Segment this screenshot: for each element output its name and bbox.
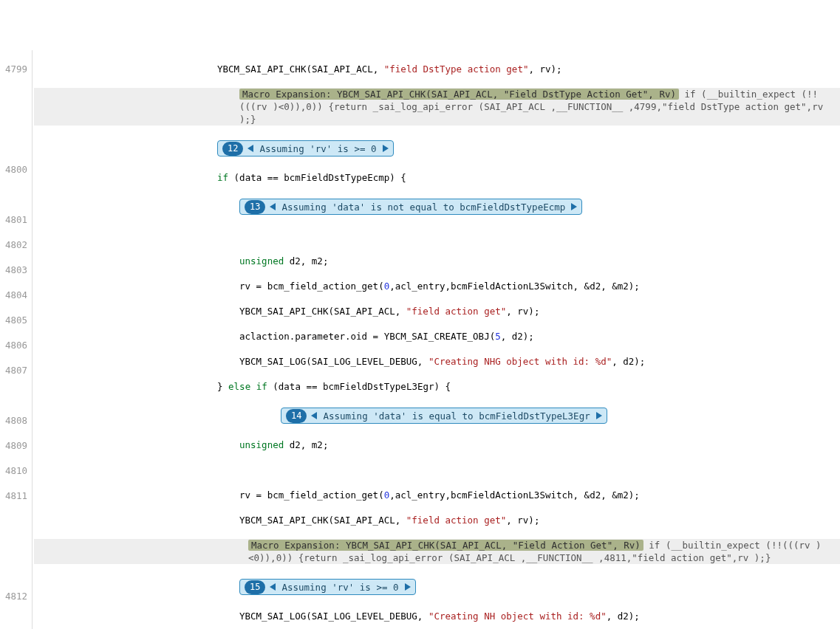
- line-number: 4800: [0, 163, 27, 176]
- analysis-note-14[interactable]: 14Assuming 'data' is equal to bcmFieldDs…: [281, 408, 607, 424]
- line-number: 4812: [0, 590, 27, 602]
- arrow-left-icon[interactable]: [270, 583, 276, 591]
- step-badge: 12: [222, 142, 243, 156]
- code-line: YBCM_SAI_LOG(SAI_LOG_LEVEL_DEBUG, "Creat…: [34, 355, 840, 368]
- arrow-left-icon[interactable]: [247, 145, 253, 152]
- line-number: 4803: [0, 264, 27, 276]
- arrow-right-icon[interactable]: [383, 145, 389, 152]
- code-line: YBCM_SAI_API_CHK(SAI_API_ACL, "field act…: [34, 305, 840, 317]
- line-number: 4802: [0, 238, 27, 251]
- macro-expansion: Macro Expansion: YBCM_SAI_API_CHK(SAI_AP…: [34, 88, 840, 126]
- analysis-note-13[interactable]: 13Assuming 'data' is not equal to bcmFie…: [239, 199, 582, 215]
- code-line: } else if (data == bcmFieldDstTypeL3Egr)…: [34, 380, 840, 393]
- source-code: YBCM_SAI_API_CHK(SAI_API_ACL, "field Dst…: [33, 50, 840, 629]
- code-line: aclaction.parameter.oid = YBCM_SAI_CREAT…: [34, 330, 840, 343]
- line-number: 4806: [0, 339, 27, 351]
- line-number: 4804: [0, 289, 27, 301]
- code-line: YBCM_SAI_LOG(SAI_LOG_LEVEL_DEBUG, "Creat…: [34, 610, 840, 622]
- code-line: if (data == bcmFieldDstTypeEcmp) {: [34, 171, 840, 184]
- step-badge: 15: [245, 580, 265, 594]
- macro-expansion: Macro Expansion: YBCM_SAI_API_CHK(SAI_AP…: [34, 539, 840, 564]
- analysis-note-12[interactable]: 12Assuming 'rv' is >= 0: [217, 140, 394, 157]
- code-line: rv = bcm_field_action_get(0,acl_entry,bc…: [34, 489, 840, 501]
- static-analysis-report: 4799 4800 4801 4802 4803 4804 4805 4806 …: [0, 50, 840, 629]
- code-line: rv = bcm_field_action_get(0,acl_entry,bc…: [34, 280, 840, 292]
- code-line: YBCM_SAI_API_CHK(SAI_API_ACL, "field act…: [34, 514, 840, 526]
- code-line: unsigned d2, m2;: [34, 439, 840, 451]
- code-line: unsigned d2, m2;: [34, 255, 840, 267]
- step-badge: 13: [245, 200, 265, 214]
- code-line: YBCM_SAI_API_CHK(SAI_API_ACL, "field Dst…: [34, 63, 840, 75]
- line-number: 4805: [0, 314, 27, 326]
- arrow-left-icon[interactable]: [311, 412, 317, 419]
- line-number: 4801: [0, 213, 27, 226]
- arrow-right-icon[interactable]: [596, 412, 602, 419]
- line-number: 4808: [0, 414, 27, 427]
- line-number-gutter: 4799 4800 4801 4802 4803 4804 4805 4806 …: [0, 50, 33, 629]
- arrow-right-icon[interactable]: [571, 203, 577, 210]
- line-number: 4807: [0, 364, 27, 377]
- line-number: 4811: [0, 489, 27, 502]
- line-number: 4809: [0, 439, 27, 452]
- arrow-left-icon[interactable]: [270, 203, 276, 210]
- line-number: 4799: [0, 63, 27, 75]
- line-number: 4810: [0, 464, 27, 477]
- step-badge: 14: [286, 409, 307, 423]
- analysis-note-15[interactable]: 15Assuming 'rv' is >= 0: [239, 579, 416, 595]
- arrow-right-icon[interactable]: [405, 583, 411, 591]
